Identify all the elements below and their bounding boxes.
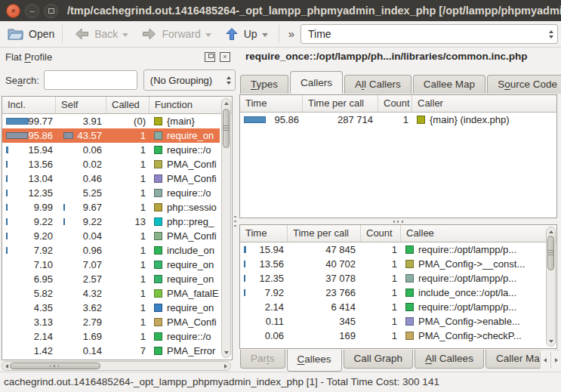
column-header-callee[interactable]: Callee: [401, 225, 556, 242]
table-row[interactable]: 95.8643.571require_on: [2, 128, 220, 143]
column-header-function[interactable]: Function: [149, 97, 232, 113]
open-button[interactable]: Open: [8, 27, 54, 41]
forward-button[interactable]: Forward: [142, 27, 200, 41]
table-row[interactable]: 9.999.671php::sessio: [2, 200, 220, 215]
column-header-time-per-call[interactable]: Time per call: [303, 95, 378, 112]
column-header-time[interactable]: Time: [240, 225, 288, 242]
scroll-up-arrow-icon[interactable]: [224, 102, 229, 105]
column-header-incl[interactable]: Incl.: [2, 97, 56, 113]
tab-types[interactable]: Types: [240, 75, 288, 94]
flat-table-vertical-scrollbar[interactable]: [221, 98, 231, 358]
scrollbar-thumb[interactable]: [10, 363, 100, 369]
tab-call-graph[interactable]: Call Graph: [344, 350, 414, 369]
count: 1: [361, 242, 401, 257]
back-button[interactable]: Back: [75, 27, 118, 41]
window-maximize-button[interactable]: [44, 4, 58, 18]
forward-dropdown-caret[interactable]: [205, 33, 211, 37]
cost-bar-icon: [6, 218, 8, 225]
table-row[interactable]: 7.9223 7661include_once::/opt/la...: [240, 286, 544, 300]
table-row[interactable]: 13.560.021PMA_Confi: [2, 157, 220, 171]
table-row[interactable]: 15.940.061require::/o: [2, 143, 220, 157]
scrollbar-thumb[interactable]: [223, 109, 230, 148]
self: 1.69: [56, 329, 106, 344]
table-row[interactable]: 95.86287 7141{main} (index.php): [240, 113, 556, 127]
called: (0): [106, 114, 149, 128]
tab-all-callers[interactable]: All Callers: [344, 75, 412, 94]
up-button[interactable]: Up: [225, 27, 257, 41]
callees-vertical-scrollbar[interactable]: [546, 227, 556, 347]
table-row[interactable]: 6.952.571require_on: [2, 272, 220, 286]
time-per-call-value: 169: [288, 330, 356, 341]
scroll-up-arrow-icon[interactable]: [549, 230, 553, 233]
spinner-arrows-icon[interactable]: [549, 25, 553, 43]
dock-close-icon[interactable]: ×: [220, 52, 230, 62]
table-row[interactable]: 1.400.922PMA_R: [2, 358, 220, 360]
table-row[interactable]: 7.920.961include_on: [2, 243, 220, 258]
table-row[interactable]: 12.3537 0781require::/opt/lampp/p...: [240, 271, 544, 286]
panel-splitter-handle[interactable]: [234, 216, 236, 228]
table-row[interactable]: 99.773.91(0){main}: [2, 114, 220, 128]
dock-float-icon[interactable]: [205, 52, 215, 62]
window-close-button[interactable]: ×: [6, 4, 20, 18]
event-type-combobox[interactable]: Time: [301, 24, 558, 44]
table-row[interactable]: 7.107.071require_on: [2, 258, 220, 272]
tab-callee-map[interactable]: Callee Map: [413, 75, 485, 94]
column-header-called[interactable]: Called: [106, 97, 149, 113]
table-row[interactable]: 0.113451PMA_Config->enable...: [240, 314, 544, 329]
self-value: 0.04: [56, 230, 102, 242]
toolbar-overflow-button[interactable]: »: [288, 27, 294, 40]
self-value: 5.25: [56, 187, 102, 199]
function-name: PMA_fatalE: [167, 288, 220, 299]
tab-scroll-left-button[interactable]: [540, 352, 550, 369]
scroll-down-arrow-icon[interactable]: [549, 340, 553, 343]
search-input[interactable]: [44, 70, 137, 90]
grouping-combobox[interactable]: (No Grouping): [143, 69, 236, 91]
tab-source-code[interactable]: Source Code: [487, 75, 561, 94]
function-name: include_on: [167, 245, 220, 256]
scroll-left-arrow-icon[interactable]: [5, 364, 8, 369]
cost-bar-icon: [244, 261, 245, 267]
spinner-arrows-icon[interactable]: [227, 70, 231, 90]
incl: 12.35: [2, 186, 56, 200]
column-header-count[interactable]: Count: [378, 95, 412, 112]
tab-parts[interactable]: Parts: [240, 350, 285, 369]
column-header-caller[interactable]: Caller: [412, 95, 556, 112]
function-color-icon: [154, 332, 162, 341]
flat-table-horizontal-scrollbar[interactable]: [2, 361, 231, 371]
back-dropdown-caret[interactable]: [122, 33, 128, 37]
column-header-time-per-call[interactable]: Time per call: [288, 225, 361, 242]
table-row[interactable]: 4.353.621require_on: [2, 301, 220, 315]
table-row[interactable]: 1.420.147PMA_Error: [2, 344, 220, 358]
scroll-down-arrow-icon[interactable]: [224, 351, 229, 354]
column-header-count[interactable]: Count: [361, 225, 401, 242]
self: 3.62: [56, 301, 106, 315]
table-row[interactable]: 9.200.041PMA_Confi: [2, 229, 220, 243]
table-row[interactable]: 0.061691PMA_Config->checkP...: [240, 329, 544, 343]
table-row[interactable]: 5.824.321PMA_fatalE: [2, 286, 220, 301]
table-row[interactable]: 13.040.461PMA_Confi: [2, 171, 220, 186]
table-row[interactable]: 13.5640 7021PMA_Config->__const...: [240, 257, 544, 271]
table-row[interactable]: 9.229.2213php::preg_: [2, 215, 220, 229]
callee-name: PMA_Config->enable...: [418, 316, 544, 327]
time: 7.92: [240, 286, 288, 300]
tab-all-callees[interactable]: All Callees: [415, 350, 484, 369]
tab-callers[interactable]: Callers: [290, 71, 343, 94]
count: 1: [361, 271, 401, 286]
column-header-time[interactable]: Time: [240, 95, 303, 112]
table-row[interactable]: 2.141.691require::/o: [2, 329, 220, 344]
table-row[interactable]: 15.9447 8451require::/opt/lampp/p...: [240, 242, 544, 257]
self-value: 2.57: [56, 273, 102, 285]
scroll-right-arrow-icon[interactable]: [224, 364, 227, 369]
called: 1: [106, 315, 149, 329]
table-row[interactable]: 2.146 4141require::/opt/lampp/p...: [240, 300, 544, 314]
scrollbar-thumb[interactable]: [547, 236, 554, 270]
tab-scroll-right-button[interactable]: [550, 352, 561, 369]
column-header-self[interactable]: Self: [56, 97, 106, 113]
tab-callees[interactable]: Callees: [287, 350, 342, 372]
time-per-call: 23 766: [288, 286, 361, 300]
window-minimize-button[interactable]: –: [25, 4, 39, 18]
table-row[interactable]: 12.355.251require::/o: [2, 186, 220, 200]
up-dropdown-caret[interactable]: [262, 33, 268, 37]
table-row[interactable]: 3.132.791PMA_Confi: [2, 315, 220, 329]
table-splitter-handle[interactable]: [239, 218, 557, 224]
